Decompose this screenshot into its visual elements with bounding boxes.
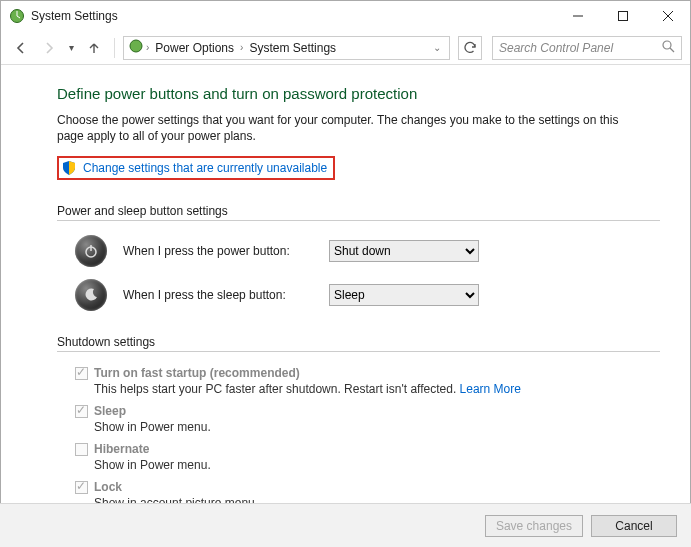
search-icon bbox=[662, 40, 675, 56]
sleep-desc: Show in Power menu. bbox=[94, 420, 660, 434]
fast-startup-label: Turn on fast startup (recommended) bbox=[94, 366, 300, 380]
svg-rect-2 bbox=[618, 12, 627, 21]
divider bbox=[57, 220, 660, 221]
sleep-checkbox bbox=[75, 405, 88, 418]
sleep-button-label: When I press the sleep button: bbox=[123, 288, 313, 302]
page-description: Choose the power settings that you want … bbox=[57, 112, 637, 144]
page-heading: Define power buttons and turn on passwor… bbox=[57, 85, 660, 102]
chevron-right-icon: › bbox=[146, 42, 149, 53]
learn-more-link[interactable]: Learn More bbox=[460, 382, 521, 396]
fast-startup-desc: This helps start your PC faster after sh… bbox=[94, 382, 660, 396]
sleep-button-row: When I press the sleep button: Sleep bbox=[75, 279, 660, 311]
breadcrumb-item[interactable]: Power Options bbox=[151, 41, 238, 55]
minimize-button[interactable] bbox=[555, 1, 600, 31]
recent-dropdown[interactable]: ▾ bbox=[65, 42, 78, 53]
window-title: System Settings bbox=[31, 9, 118, 23]
app-icon bbox=[9, 8, 25, 24]
forward-button[interactable] bbox=[37, 36, 61, 60]
hibernate-label: Hibernate bbox=[94, 442, 149, 456]
sleep-button-select[interactable]: Sleep bbox=[329, 284, 479, 306]
toolbar: ▾ › Power Options › System Settings ⌄ Se… bbox=[1, 31, 690, 65]
maximize-button[interactable] bbox=[600, 1, 645, 31]
hibernate-checkbox bbox=[75, 443, 88, 456]
section-header-power-sleep: Power and sleep button settings bbox=[57, 204, 660, 218]
search-input[interactable]: Search Control Panel bbox=[492, 36, 682, 60]
svg-line-7 bbox=[670, 48, 674, 52]
shutdown-options: Turn on fast startup (recommended) This … bbox=[75, 366, 660, 510]
content-area: Define power buttons and turn on passwor… bbox=[1, 65, 690, 528]
divider bbox=[57, 351, 660, 352]
footer: Save changes Cancel bbox=[0, 503, 691, 547]
address-bar[interactable]: › Power Options › System Settings ⌄ bbox=[123, 36, 450, 60]
change-settings-link[interactable]: Change settings that are currently unava… bbox=[83, 161, 327, 175]
shield-icon bbox=[61, 160, 77, 176]
power-button-row: When I press the power button: Shut down bbox=[75, 235, 660, 267]
refresh-button[interactable] bbox=[458, 36, 482, 60]
control-panel-icon bbox=[128, 38, 144, 57]
change-settings-highlight: Change settings that are currently unava… bbox=[57, 156, 335, 180]
save-changes-button[interactable]: Save changes bbox=[485, 515, 583, 537]
svg-point-5 bbox=[130, 40, 142, 52]
sleep-icon bbox=[75, 279, 107, 311]
lock-checkbox bbox=[75, 481, 88, 494]
fast-startup-checkbox bbox=[75, 367, 88, 380]
svg-point-6 bbox=[663, 41, 671, 49]
address-dropdown-icon[interactable]: ⌄ bbox=[429, 42, 445, 53]
lock-label: Lock bbox=[94, 480, 122, 494]
section-header-shutdown: Shutdown settings bbox=[57, 335, 660, 349]
close-button[interactable] bbox=[645, 1, 690, 31]
power-button-select[interactable]: Shut down bbox=[329, 240, 479, 262]
titlebar: System Settings bbox=[1, 1, 690, 31]
power-icon bbox=[75, 235, 107, 267]
breadcrumb-item[interactable]: System Settings bbox=[245, 41, 340, 55]
up-button[interactable] bbox=[82, 36, 106, 60]
back-button[interactable] bbox=[9, 36, 33, 60]
search-placeholder: Search Control Panel bbox=[499, 41, 613, 55]
cancel-button[interactable]: Cancel bbox=[591, 515, 677, 537]
sleep-label: Sleep bbox=[94, 404, 126, 418]
chevron-right-icon: › bbox=[240, 42, 243, 53]
power-button-label: When I press the power button: bbox=[123, 244, 313, 258]
hibernate-desc: Show in Power menu. bbox=[94, 458, 660, 472]
